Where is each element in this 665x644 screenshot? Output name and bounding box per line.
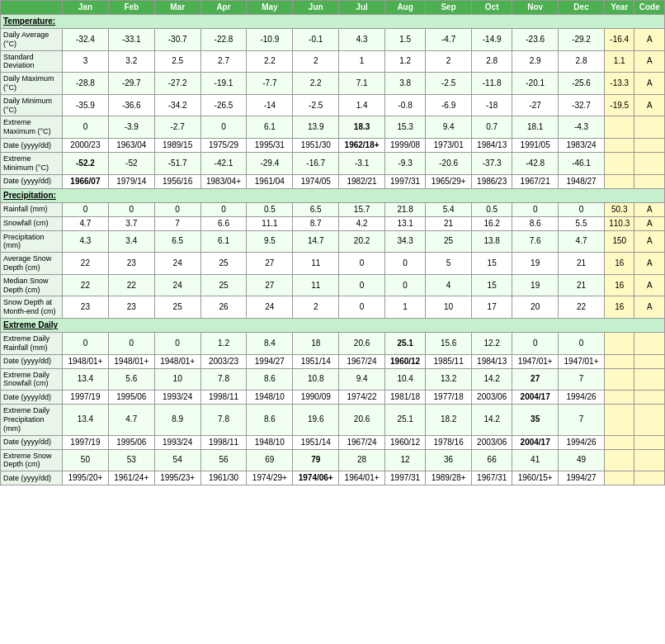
data-cell [604,471,634,485]
data-cell: 1.4 [339,94,385,116]
col-header-jul: Jul [339,1,385,15]
data-cell: 5.4 [426,202,472,216]
data-cell: A [634,230,665,253]
data-cell: 0 [63,332,109,354]
data-cell: 0 [385,253,426,275]
data-cell: 1995/31 [247,138,293,152]
data-cell: 2.8 [472,50,512,73]
data-cell: 3.4 [108,230,154,253]
data-cell: 1951/30 [293,138,339,152]
data-cell: 1997/31 [385,174,426,188]
data-cell: 23 [108,296,154,319]
data-cell: 24 [247,296,293,319]
data-cell: 8.6 [247,368,293,391]
col-header-nov: Nov [512,1,559,15]
data-cell: 1974/29+ [247,471,293,485]
data-cell: 1966/07 [63,174,109,188]
row-label: Extreme Snow Depth (cm) [1,449,63,471]
data-cell: 0 [339,274,385,296]
data-cell: 4.3 [339,29,385,51]
data-cell [634,138,665,152]
data-cell: -20.1 [512,73,559,95]
data-cell [634,449,665,471]
data-cell: 1.2 [385,50,426,73]
data-cell: 1961/30 [200,471,247,485]
data-cell: -19.5 [604,94,634,116]
data-cell: 6.5 [154,230,200,253]
data-cell: 1981/18 [385,391,426,405]
data-cell: 25 [200,253,247,275]
data-cell: 1974/22 [339,391,385,405]
data-cell: 12.2 [472,332,512,354]
data-cell: 10.8 [293,368,339,391]
data-cell: 19 [512,274,559,296]
data-cell: 150 [604,230,634,253]
data-cell: A [634,296,665,319]
data-cell: 1 [339,50,385,73]
data-cell: -3.1 [339,152,385,174]
data-cell: 2 [426,50,472,73]
data-cell: 0 [200,202,247,216]
data-cell [604,332,634,354]
data-cell: 0 [108,202,154,216]
data-cell: 19.6 [293,405,339,435]
data-cell: 50 [63,449,109,471]
data-cell: 9.5 [247,230,293,253]
data-cell: 1.5 [385,29,426,51]
data-cell: 13.8 [472,230,512,253]
data-cell: 0.5 [247,202,293,216]
data-cell: 26 [200,296,247,319]
data-cell: -10.9 [247,29,293,51]
data-cell: 1 [385,296,426,319]
data-cell [634,391,665,405]
data-cell: 0 [200,116,247,139]
row-label: Date (yyyy/dd) [1,391,63,405]
col-header-apr: Apr [200,1,247,15]
row-label: Daily Maximum (°C) [1,73,63,95]
data-cell [604,405,634,435]
data-cell: 0 [108,332,154,354]
data-cell: -2.5 [293,94,339,116]
data-cell: 9.4 [426,116,472,139]
data-cell [604,368,634,391]
data-cell: -52.2 [63,152,109,174]
data-cell: -35.9 [63,94,109,116]
data-cell: 1983/24 [559,138,605,152]
data-cell: 53 [108,449,154,471]
data-cell: A [634,253,665,275]
data-cell: 2.9 [512,50,559,73]
data-cell: 1998/11 [200,435,247,449]
data-cell: 13.1 [385,216,426,230]
data-cell: 1989/15 [154,138,200,152]
data-cell: 49 [559,449,605,471]
data-cell: 0.5 [472,202,512,216]
data-cell: 1948/01+ [63,354,109,368]
col-header-may: May [247,1,293,15]
data-cell: 22 [108,274,154,296]
data-cell: 1984/13 [472,354,512,368]
data-cell: -29.4 [247,152,293,174]
data-cell: 1962/18+ [339,138,385,152]
data-cell: 0 [63,116,109,139]
data-cell: 1974/06+ [293,471,339,485]
data-cell: -46.1 [559,152,605,174]
data-cell: 4 [426,274,472,296]
data-cell: 1956/16 [154,174,200,188]
data-cell: 1982/21 [339,174,385,188]
data-cell: 1986/23 [472,174,512,188]
data-cell: 1967/31 [472,471,512,485]
data-cell: 21 [426,216,472,230]
data-cell: 10.4 [385,368,426,391]
data-cell: 3 [63,50,109,73]
data-cell: -16.4 [604,29,634,51]
data-cell: 1978/16 [426,435,472,449]
data-cell: 15 [472,274,512,296]
data-cell: 2.2 [247,50,293,73]
row-label: Median Snow Depth (cm) [1,274,63,296]
data-cell: A [634,274,665,296]
data-cell: 10 [154,368,200,391]
data-cell: A [634,216,665,230]
data-cell: 1951/14 [293,354,339,368]
data-cell: 10 [426,296,472,319]
data-cell: -14.9 [472,29,512,51]
